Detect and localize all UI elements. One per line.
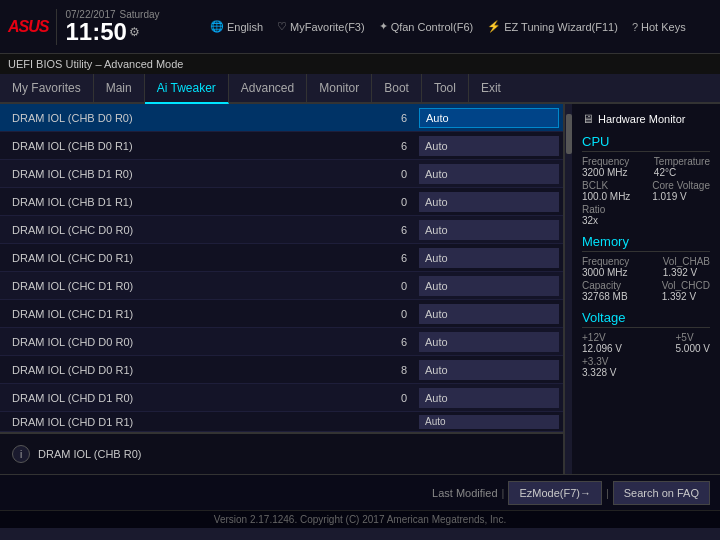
setting-num-2: 0 [389, 168, 419, 180]
info-button[interactable]: i [12, 445, 30, 463]
setting-value-3[interactable]: Auto [419, 192, 559, 212]
mem-vol-chab-label: Vol_CHAB [663, 256, 710, 267]
setting-num-5: 6 [389, 252, 419, 264]
heart-icon: ♡ [277, 20, 287, 33]
cpu-temp-value: 42°C [654, 167, 710, 178]
my-favorites-toolbar[interactable]: ♡ MyFavorite(F3) [277, 20, 365, 33]
setting-row-8[interactable]: DRAM IOL (CHD D0 R0) 6 Auto [0, 328, 563, 356]
cpu-bclk-value: 100.0 MHz [582, 191, 630, 202]
asus-logo: ASUS [8, 18, 48, 35]
cpu-section-title: CPU [582, 134, 710, 152]
mem-capacity-value: 32768 MB [582, 291, 628, 302]
tab-boot[interactable]: Boot [372, 74, 422, 102]
setting-name-9: DRAM IOL (CHD D0 R1) [12, 364, 389, 376]
v12-value: 12.096 V [582, 343, 622, 354]
setting-value-9[interactable]: Auto [419, 360, 559, 380]
setting-num-0: 6 [389, 112, 419, 124]
cpu-freq-value: 3200 MHz [582, 167, 629, 178]
help-icon: ? [632, 21, 638, 33]
setting-num-3: 0 [389, 196, 419, 208]
language-selector[interactable]: 🌐 English [210, 20, 263, 33]
setting-value-8[interactable]: Auto [419, 332, 559, 352]
tab-tool[interactable]: Tool [422, 74, 469, 102]
hot-keys[interactable]: ? Hot Keys [632, 21, 686, 33]
setting-name-0: DRAM IOL (CHB D0 R0) [12, 112, 389, 124]
time-display: 11:50 [65, 20, 126, 44]
setting-row-5[interactable]: DRAM IOL (CHC D0 R1) 6 Auto [0, 244, 563, 272]
tab-advanced[interactable]: Advanced [229, 74, 307, 102]
setting-name-10: DRAM IOL (CHD D1 R0) [12, 392, 389, 404]
setting-row-10[interactable]: DRAM IOL (CHD D1 R0) 0 Auto [0, 384, 563, 412]
last-modified-label: Last Modified [432, 487, 497, 499]
v33-label: +3.3V [582, 356, 710, 367]
cpu-core-voltage-value: 1.019 V [652, 191, 710, 202]
hw-monitor-panel: 🖥 Hardware Monitor CPU Frequency 3200 MH… [572, 104, 720, 474]
setting-value-2[interactable]: Auto [419, 164, 559, 184]
v5-value: 5.000 V [676, 343, 710, 354]
tab-main[interactable]: Main [94, 74, 145, 102]
mem-freq-label: Frequency [582, 256, 629, 267]
cpu-temp-label: Temperature [654, 156, 710, 167]
setting-row-11[interactable]: DRAM IOL (CHD D1 R1) Auto [0, 412, 563, 432]
setting-name-8: DRAM IOL (CHD D0 R0) [12, 336, 389, 348]
monitor-icon: 🖥 [582, 112, 594, 126]
memory-section: Memory Frequency 3000 MHz Vol_CHAB 1.392… [582, 234, 710, 302]
language-icon: 🌐 [210, 20, 224, 33]
setting-value-5[interactable]: Auto [419, 248, 559, 268]
settings-panel: DRAM IOL (CHB D0 R0) 6 Auto DRAM IOL (CH… [0, 104, 564, 474]
cpu-section: CPU Frequency 3200 MHz Temperature 42°C … [582, 134, 710, 226]
setting-name-3: DRAM IOL (CHB D1 R1) [12, 196, 389, 208]
v5-label: +5V [676, 332, 710, 343]
setting-name-4: DRAM IOL (CHC D0 R0) [12, 224, 389, 236]
setting-value-6[interactable]: Auto [419, 276, 559, 296]
setting-row-2[interactable]: DRAM IOL (CHB D1 R0) 0 Auto [0, 160, 563, 188]
mem-vol-chcd-label: Vol_CHCD [662, 280, 710, 291]
tab-my-favorites[interactable]: My Favorites [0, 74, 94, 102]
cpu-ratio-label: Ratio [582, 204, 710, 215]
nav-tabs: My Favorites Main Ai Tweaker Advanced Mo… [0, 74, 720, 104]
bottom-setting-name: DRAM IOL (CHB R0) [38, 448, 142, 460]
cpu-ratio-value: 32x [582, 215, 710, 226]
mem-freq-value: 3000 MHz [582, 267, 629, 278]
v33-value: 3.328 V [582, 367, 710, 378]
ez-tuning-wizard[interactable]: ⚡ EZ Tuning Wizard(F11) [487, 20, 618, 33]
setting-value-7[interactable]: Auto [419, 304, 559, 324]
setting-row-7[interactable]: DRAM IOL (CHC D1 R1) 0 Auto [0, 300, 563, 328]
setting-num-1: 6 [389, 140, 419, 152]
ez-mode-button[interactable]: EzMode(F7)→ [508, 481, 602, 505]
setting-value-0[interactable]: Auto [419, 108, 559, 128]
tab-exit[interactable]: Exit [469, 74, 513, 102]
setting-row-1[interactable]: DRAM IOL (CHB D0 R1) 6 Auto [0, 132, 563, 160]
setting-num-7: 0 [389, 308, 419, 320]
setting-row-9[interactable]: DRAM IOL (CHD D0 R1) 8 Auto [0, 356, 563, 384]
tab-monitor[interactable]: Monitor [307, 74, 372, 102]
tab-ai-tweaker[interactable]: Ai Tweaker [145, 74, 229, 104]
gear-icon[interactable]: ⚙ [129, 25, 140, 39]
setting-value-11[interactable]: Auto [419, 415, 559, 429]
scrollbar[interactable] [564, 104, 572, 474]
setting-value-10[interactable]: Auto [419, 388, 559, 408]
setting-row-3[interactable]: DRAM IOL (CHB D1 R1) 0 Auto [0, 188, 563, 216]
cpu-freq-label: Frequency [582, 156, 629, 167]
footer: Version 2.17.1246. Copyright (C) 2017 Am… [0, 510, 720, 528]
setting-name-5: DRAM IOL (CHC D0 R1) [12, 252, 389, 264]
setting-name-1: DRAM IOL (CHB D0 R1) [12, 140, 389, 152]
setting-value-4[interactable]: Auto [419, 220, 559, 240]
setting-name-7: DRAM IOL (CHC D1 R1) [12, 308, 389, 320]
setting-name-11: DRAM IOL (CHD D1 R1) [12, 416, 389, 428]
setting-num-4: 6 [389, 224, 419, 236]
v12-label: +12V [582, 332, 622, 343]
setting-row-6[interactable]: DRAM IOL (CHC D1 R0) 0 Auto [0, 272, 563, 300]
setting-value-1[interactable]: Auto [419, 136, 559, 156]
mem-vol-chcd-value: 1.392 V [662, 291, 710, 302]
lightning-icon: ⚡ [487, 20, 501, 33]
setting-num-8: 6 [389, 336, 419, 348]
hw-monitor-header: 🖥 Hardware Monitor [582, 112, 710, 126]
qfan-control[interactable]: ✦ Qfan Control(F6) [379, 20, 474, 33]
memory-section-title: Memory [582, 234, 710, 252]
mem-capacity-label: Capacity [582, 280, 628, 291]
setting-name-6: DRAM IOL (CHC D1 R0) [12, 280, 389, 292]
setting-row-4[interactable]: DRAM IOL (CHC D0 R0) 6 Auto [0, 216, 563, 244]
search-faq-button[interactable]: Search on FAQ [613, 481, 710, 505]
setting-row-0[interactable]: DRAM IOL (CHB D0 R0) 6 Auto [0, 104, 563, 132]
